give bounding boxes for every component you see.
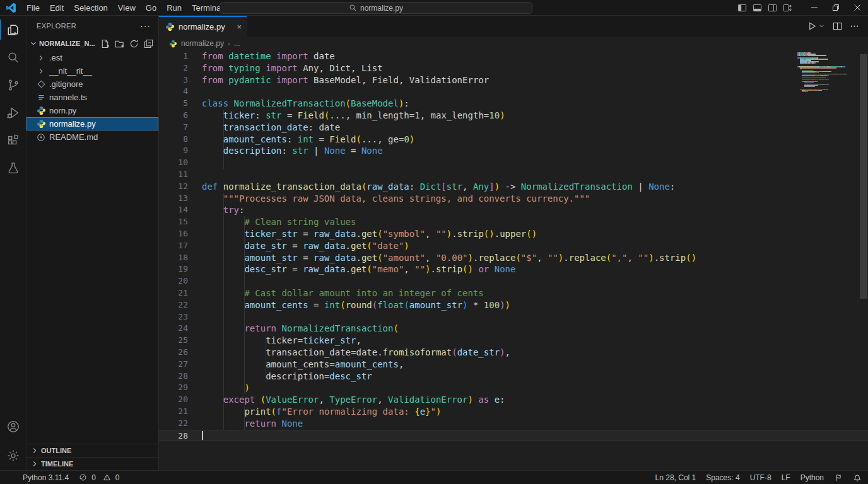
code-line[interactable]: 12def normalize_transaction_data(raw_dat… xyxy=(159,181,868,193)
code-line[interactable]: 1from datetime import date xyxy=(159,50,868,62)
code-line[interactable]: 19 desc_str = raw_data.get("memo", "").s… xyxy=(159,263,868,275)
file-normalize-py[interactable]: normalize.py xyxy=(26,117,158,130)
indentation-status[interactable]: Spaces: 4 xyxy=(706,473,739,482)
line-number: 21 xyxy=(159,287,188,299)
code-line[interactable]: 3from pydantic import BaseModel, Field, … xyxy=(159,74,868,86)
file-nannele-ts[interactable]: nannele.ts xyxy=(26,91,158,104)
code-token: | xyxy=(633,182,648,192)
code-line[interactable]: 2from typing import Any, Dict, List xyxy=(159,62,868,74)
code-line[interactable]: 20 xyxy=(159,275,868,287)
code-token: # Cast dollar amount into an integer of … xyxy=(244,288,483,298)
command-center-search[interactable]: normalize.py xyxy=(220,2,532,14)
menu-view[interactable]: View xyxy=(113,0,141,16)
code-line[interactable]: 8 amount_cents: int = Field(..., ge=0) xyxy=(159,134,868,146)
minimap[interactable] xyxy=(797,52,858,93)
menu-run[interactable]: Run xyxy=(161,0,187,16)
code-line[interactable]: 23 xyxy=(159,311,868,323)
code-line[interactable]: 22 return None xyxy=(159,418,868,430)
minimize-button[interactable] xyxy=(804,0,825,16)
code-line[interactable]: 21 print(f"Error normalizing data: {e}") xyxy=(159,406,868,418)
code-line[interactable]: 11 xyxy=(159,169,868,181)
code-line[interactable]: 24 return NormalizedTransaction( xyxy=(159,323,868,335)
close-window-button[interactable] xyxy=(847,0,868,16)
code-line[interactable]: 26 transaction_date=date.fromisoformat(d… xyxy=(159,347,868,359)
python-interpreter-status[interactable]: Python 3.11.4 xyxy=(23,473,69,482)
file--est[interactable]: .est xyxy=(26,51,158,64)
activity-extensions-button[interactable] xyxy=(0,127,26,154)
code-line[interactable]: 18 amount_str = raw_data.get("amount", "… xyxy=(159,252,868,264)
code-token: Field xyxy=(329,134,356,144)
code-line[interactable]: 21 # Cast dollar amount into an integer … xyxy=(159,287,868,299)
notifications-bell-icon[interactable] xyxy=(853,473,862,482)
toggle-panel-icon[interactable] xyxy=(753,3,762,13)
code-line[interactable]: 16 ticker_str = raw_data.get("symbol", "… xyxy=(159,228,868,240)
code-line[interactable]: 27 amount_cents=amount_cents, xyxy=(159,359,868,371)
source-control-icon xyxy=(6,78,20,92)
file--nit-rit-[interactable]: __nit__rit__ xyxy=(26,64,158,78)
code-line[interactable]: 10 xyxy=(159,157,868,169)
restore-button[interactable] xyxy=(825,0,847,16)
activity-account-button[interactable] xyxy=(0,412,26,441)
activity-settings-button[interactable] xyxy=(0,441,26,470)
code-line[interactable]: 20 except (ValueError, TypeError, Valida… xyxy=(159,394,868,406)
code-line[interactable]: 14 try: xyxy=(159,204,868,216)
line-number: 14 xyxy=(159,204,188,216)
code-line[interactable]: 15 # Clean string values xyxy=(159,216,868,228)
toggle-secondary-sidebar-icon[interactable] xyxy=(768,3,777,13)
language-mode-status[interactable]: Python xyxy=(801,473,824,482)
file-norn-py[interactable]: norn.py xyxy=(26,104,158,117)
file-readme-md[interactable]: README.md xyxy=(26,130,158,144)
menu-go[interactable]: Go xyxy=(141,0,161,16)
code-editor[interactable]: 1from datetime import date2from typing i… xyxy=(159,50,868,470)
menu-file[interactable]: File xyxy=(21,0,45,16)
code-token: ValidationError xyxy=(388,395,467,405)
split-editor-icon[interactable] xyxy=(833,21,842,31)
toggle-primary-sidebar-icon[interactable] xyxy=(737,3,747,13)
code-line[interactable]: 17 date_str = raw_data.get("date") xyxy=(159,240,868,252)
feedback-icon[interactable] xyxy=(834,473,843,482)
cursor-position-status[interactable]: Ln 28, Col 1 xyxy=(655,473,696,482)
problems-status[interactable]: 0 0 xyxy=(79,473,119,482)
code-line[interactable]: 5class NormalizedTransaction(BaseModel): xyxy=(159,98,868,110)
code-line[interactable]: 7 transaction_date: date xyxy=(159,122,868,134)
code-line[interactable]: 4 xyxy=(159,86,868,98)
activity-explorer-button[interactable] xyxy=(0,16,26,43)
workspace-folder-header[interactable]: NORMALIZE_N... xyxy=(26,36,158,51)
customize-layout-icon[interactable] xyxy=(783,3,792,13)
timeline-panel-header[interactable]: TIMELINE xyxy=(26,457,158,470)
new-folder-icon[interactable] xyxy=(115,39,124,49)
tab-normalize-py[interactable]: normalize.py × xyxy=(159,16,247,37)
code-line[interactable]: 6 ticker: str = Field(..., min_length=1,… xyxy=(159,110,868,122)
encoding-status[interactable]: UTF-8 xyxy=(750,473,771,482)
code-line[interactable]: 13 """Processes raw JSON data, cleans st… xyxy=(159,193,868,205)
scrollbar-thumb[interactable] xyxy=(860,54,867,299)
menu-edit[interactable]: Edit xyxy=(45,0,69,16)
activity-search-button[interactable] xyxy=(0,43,26,71)
file--gitignore[interactable]: .gitignore xyxy=(26,78,158,91)
close-tab-icon[interactable]: × xyxy=(237,22,242,32)
explorer-more-actions-icon[interactable]: ··· xyxy=(140,21,151,31)
code-token: or xyxy=(478,264,489,274)
breadcrumb[interactable]: normalize.py › ... xyxy=(159,37,868,50)
new-file-icon[interactable] xyxy=(100,39,110,49)
code-line-cursor[interactable]: 28 xyxy=(159,430,868,442)
code-token: Field xyxy=(298,110,324,120)
refresh-icon[interactable] xyxy=(129,39,139,49)
eol-status[interactable]: LF xyxy=(782,473,790,482)
activity-testing-button[interactable] xyxy=(0,154,26,182)
run-python-file-button[interactable] xyxy=(807,21,825,31)
code-line[interactable]: 29 ) xyxy=(159,382,868,394)
code-line[interactable]: 22 amount_cents = int(round(float(amount… xyxy=(159,299,868,311)
code-line[interactable]: 28 description=desc_str xyxy=(159,371,868,383)
code-line[interactable]: 25 ticker=ticker_str, xyxy=(159,335,868,347)
menu-selection[interactable]: Selection xyxy=(69,0,112,16)
activity-source-control-button[interactable] xyxy=(0,71,26,99)
editor-scrollbar[interactable] xyxy=(859,50,868,470)
activity-run-debug-button[interactable] xyxy=(0,99,26,127)
code-line[interactable]: 9 description: str | None = None xyxy=(159,145,868,157)
code-token: . xyxy=(356,253,361,263)
outline-panel-header[interactable]: OUTLINE xyxy=(26,444,158,457)
more-editor-actions-icon[interactable] xyxy=(850,21,859,31)
collapse-all-icon[interactable] xyxy=(144,39,153,49)
chevron-right-icon xyxy=(36,67,46,76)
